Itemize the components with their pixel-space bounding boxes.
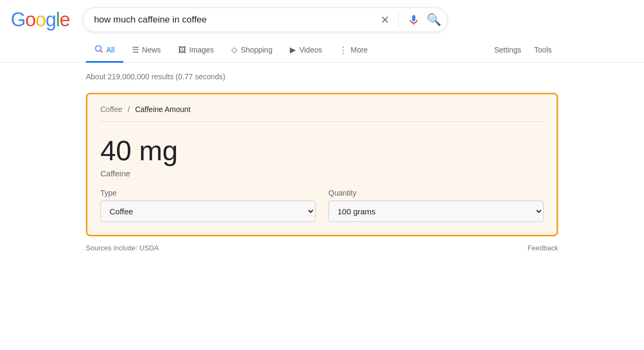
nav-tabs: All ☰ News 🖼 Images ◇ Shopping ▶ Videos … xyxy=(0,38,644,63)
quantity-label: Quantity xyxy=(328,189,544,197)
google-logo: Google xyxy=(11,9,70,31)
breadcrumb-coffee[interactable]: Coffee xyxy=(100,105,122,114)
clear-search-button[interactable]: ✕ xyxy=(380,14,390,25)
breadcrumb-caffeine-amount: Caffeine Amount xyxy=(135,105,191,114)
header: Google ✕ 🔍 xyxy=(0,0,644,38)
quantity-selector-group: Quantity 100 grams 1 cup (8 fl oz) 1 fl … xyxy=(328,189,544,222)
search-button[interactable]: 🔍 xyxy=(427,13,441,27)
tab-shopping[interactable]: ◇ Shopping xyxy=(223,39,281,63)
feedback-link[interactable]: Feedback xyxy=(528,244,558,252)
breadcrumb-separator: / xyxy=(128,105,132,114)
close-icon: ✕ xyxy=(380,14,390,25)
tab-more[interactable]: ⋮ More xyxy=(331,39,376,63)
knowledge-card: Coffee / Caffeine Amount 40 mg Caffeine … xyxy=(86,93,558,236)
tab-images[interactable]: 🖼 Images xyxy=(170,39,223,62)
results-count: About 219,000,000 results (0.77 seconds) xyxy=(0,67,644,86)
tab-shopping-label: Shopping xyxy=(241,46,273,54)
card-breadcrumb: Coffee / Caffeine Amount xyxy=(100,105,544,114)
settings-link[interactable]: Settings xyxy=(488,39,528,61)
card-footer: Sources include: USDA Feedback xyxy=(0,239,644,252)
shopping-icon: ◇ xyxy=(231,45,238,55)
sources-text: Sources include: USDA xyxy=(86,244,159,252)
tab-all[interactable]: All xyxy=(86,38,123,63)
nav-right: Settings Tools xyxy=(488,39,558,61)
more-icon: ⋮ xyxy=(339,45,347,55)
divider xyxy=(398,13,399,27)
tools-link[interactable]: Tools xyxy=(528,39,558,61)
all-icon xyxy=(94,44,103,55)
caffeine-label: Caffeine xyxy=(100,169,544,178)
tab-news-label: News xyxy=(142,46,161,54)
tab-videos-label: Videos xyxy=(299,46,323,54)
card-divider xyxy=(100,121,544,122)
news-icon: ☰ xyxy=(132,45,139,55)
tab-news[interactable]: ☰ News xyxy=(123,39,170,63)
svg-line-1 xyxy=(100,50,102,52)
search-bar-wrapper: ✕ 🔍 xyxy=(83,8,448,32)
tab-images-label: Images xyxy=(189,46,214,54)
tab-videos[interactable]: ▶ Videos xyxy=(281,39,331,63)
type-selector-group: Type Coffee Espresso Tea Decaf Coffee xyxy=(100,189,316,222)
type-label: Type xyxy=(100,189,316,197)
card-selectors: Type Coffee Espresso Tea Decaf Coffee Qu… xyxy=(100,189,544,222)
images-icon: 🖼 xyxy=(178,45,186,54)
type-select[interactable]: Coffee Espresso Tea Decaf Coffee xyxy=(100,200,316,222)
tab-all-label: All xyxy=(106,46,115,54)
caffeine-value: 40 mg xyxy=(100,135,544,167)
videos-icon: ▶ xyxy=(290,45,296,55)
voice-search-button[interactable] xyxy=(407,13,420,26)
microphone-icon xyxy=(407,13,420,26)
knowledge-card-wrapper: Coffee / Caffeine Amount 40 mg Caffeine … xyxy=(0,93,644,236)
search-bar-icons: ✕ 🔍 xyxy=(380,13,441,27)
search-icon: 🔍 xyxy=(427,13,441,27)
tab-more-label: More xyxy=(350,46,368,54)
quantity-select[interactable]: 100 grams 1 cup (8 fl oz) 1 fl oz xyxy=(328,200,544,222)
